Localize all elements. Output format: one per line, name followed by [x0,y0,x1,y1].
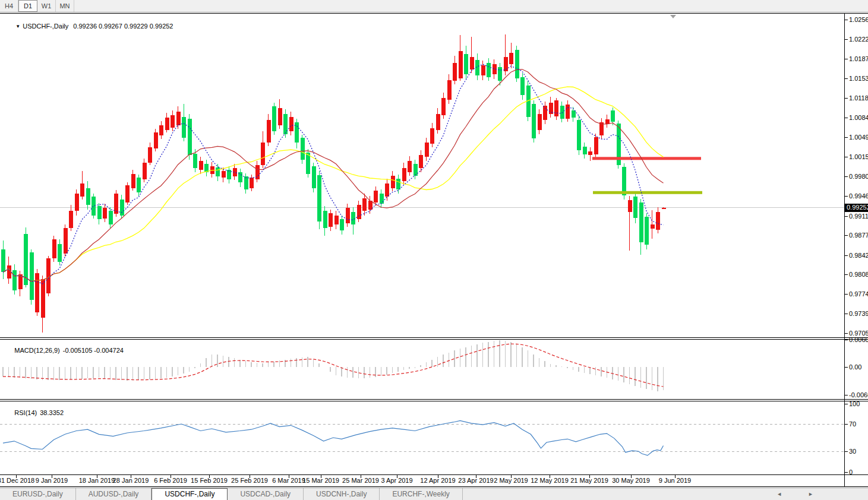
candle-body [75,194,79,211]
price-axis-label: 1.01180 [849,94,868,102]
candle-body [346,208,350,223]
candle-body [441,98,446,115]
candle-body [159,125,163,135]
candle-body [18,274,23,289]
candle-body [396,179,400,189]
candle-body [193,154,197,168]
candle-body [453,63,457,81]
date-axis-label: 6 Feb 2019 [154,477,187,484]
candle-body [470,57,474,69]
candle-body [504,57,508,71]
candle-body [651,224,655,229]
candle-body [188,119,192,155]
candle-body [64,228,68,254]
candle-body [656,212,660,230]
macd-axis-label: 0.00 [849,363,861,371]
candle-body [594,137,598,154]
price-axis-label: 1.01530 [849,75,868,82]
timeframe-button-d1[interactable]: D1 [18,0,37,12]
tab-usdcad-daily[interactable]: USDCAD-,Daily [228,488,304,500]
rsi-axis-label: 100 [849,400,860,407]
candle-body [69,211,73,228]
candle-body [267,120,271,143]
date-axis-label: 23 Apr 2019 [458,477,493,484]
timeframe-button-w1[interactable]: W1 [37,0,56,12]
candle-body [543,106,547,120]
price-axis-label: 1.01870 [849,55,868,62]
candle-body [137,178,141,192]
candle-body [120,200,124,216]
timeframe-button-mn[interactable]: MN [56,0,74,12]
price-axis-label: 1.00150 [849,153,868,160]
tab-scroll-left-icon[interactable]: ◄ [777,491,782,497]
candle-body [414,164,418,175]
date-axis-label: 28 Jan 2019 [113,477,149,484]
candle-body [532,104,536,138]
candle-body [436,114,440,130]
tab-scroll-right-icon[interactable]: ► [808,491,813,497]
candle-body [554,100,558,116]
candle-body [289,117,293,131]
rsi-axis-label: 70 [849,420,856,428]
candle-body [572,110,576,117]
candle-body [97,206,102,219]
candle-body [645,217,649,245]
mt4-window: H4 D1 W1 MN 1.025601.022201.018701.01530… [0,0,868,500]
timeframe-toolbar: H4 D1 W1 MN [0,0,868,12]
candle-body [143,163,147,180]
resistance-line[interactable] [592,157,701,160]
candle-body [464,54,468,74]
price-axis-label: 0.98420 [849,252,868,259]
candle-body [261,143,265,165]
tab-usdchf-daily[interactable]: USDCHF-,Daily [151,488,228,500]
candle-body [272,106,276,131]
candle-body [222,171,226,178]
candle-body [599,122,604,135]
candle-body [560,106,564,119]
chart-tab-bar: EURUSD-,Daily AUDUSD-,Daily USDCHF-,Dail… [0,488,868,500]
candle-body [487,63,491,77]
chart-window: 1.025601.022201.018701.015301.011801.008… [0,12,868,488]
candle-body [35,273,39,312]
candle-body [402,168,406,181]
candle-body [357,205,361,219]
candle-body [628,200,632,212]
price-axis-label: 0.98770 [849,232,868,239]
date-axis-label: 9 Jun 2019 [659,477,691,484]
date-axis-label: 15 Mar 2019 [302,477,339,484]
candle-body [41,279,45,318]
candle-body [577,120,581,151]
current-price-tag-label: 0.99252 [847,204,868,211]
candle-body [199,161,203,170]
candle-body [385,183,389,197]
candle-body [351,212,355,224]
date-axis-label: 25 Mar 2019 [342,477,379,484]
candle-body [52,239,56,259]
candle-body [278,108,282,125]
tab-usdcnh-daily[interactable]: USDCNH-,Daily [304,488,380,500]
support-line[interactable] [593,191,702,194]
tab-eurusd-daily[interactable]: EURUSD-,Daily [0,488,76,500]
candle-body [323,211,327,228]
candle-body [334,216,339,224]
timeframe-button-h4[interactable]: H4 [0,0,18,12]
candle-body [7,265,11,279]
date-axis-label: 12 Apr 2019 [420,477,455,484]
candle-body [30,252,34,300]
candle-body [86,188,90,205]
tab-audusd-daily[interactable]: AUDUSD-,Daily [76,488,152,500]
chart-canvas[interactable]: 1.025601.022201.018701.015301.011801.008… [0,12,868,488]
macd-axis-label: -0.006096 [849,391,868,398]
candle-body [583,147,587,154]
candle-body [588,151,592,155]
candle-body [255,165,260,179]
tab-scroll-arrows: ◄ ► [777,488,813,500]
candle-body [430,128,434,144]
price-axis-label: 1.02560 [849,16,868,23]
price-axis-label: 1.02220 [849,36,868,43]
date-axis[interactable]: 31 Dec 20189 Jan 201918 Jan 201928 Jan 2… [0,475,691,484]
price-axis-label: 1.00490 [849,134,868,141]
date-axis-label: 31 Dec 2018 [0,477,34,484]
candle-body [447,80,452,100]
tab-eurchf-weekly[interactable]: EURCHF-,Weekly [380,488,462,500]
